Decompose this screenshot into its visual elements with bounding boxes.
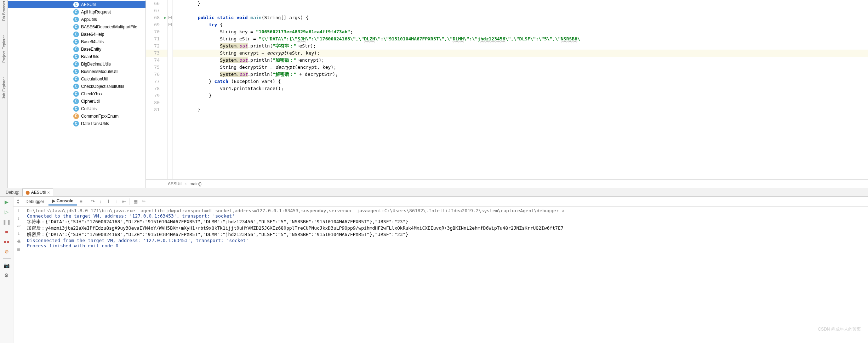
fold-icon[interactable]: − (169, 16, 172, 19)
breakpoints-icon[interactable]: ●● (4, 238, 10, 245)
settings-icon[interactable]: ⚙ (4, 272, 10, 279)
class-icon: C (73, 84, 79, 89)
force-step-into-icon[interactable]: ⤓ (105, 198, 112, 205)
tool-job-explorer[interactable]: Job Explorer (2, 77, 6, 99)
class-icon: C (73, 54, 79, 60)
console-line: Disconnected from the target VM, address… (27, 238, 865, 243)
tree-item-BASE64DecodedMultipartFile[interactable]: CBASE64DecodedMultipartFile (8, 23, 145, 30)
step-into-icon[interactable]: ↓ (97, 198, 104, 205)
tree-item-CheckYhxx[interactable]: CCheckYhxx (8, 90, 145, 97)
tree-item-CollUtils[interactable]: CCollUtils (8, 105, 145, 112)
fold-icon[interactable]: − (169, 23, 172, 26)
up-down-icon[interactable]: ▲▼ (15, 198, 21, 205)
step-over-icon[interactable]: ↷ (89, 198, 96, 205)
console-line: 字符串：{"DATA":{"SJH":"17600024168","DLZH":… (27, 219, 865, 225)
tree-item-CommonFpxxEnum[interactable]: ECommonFpxxEnum (8, 112, 145, 120)
console-line: Process finished with exit code 0 (27, 243, 865, 248)
tree-item-BaseEntity[interactable]: CBaseEntity (8, 45, 145, 53)
class-icon: E (73, 113, 79, 119)
stop-icon[interactable]: ■ (4, 229, 10, 235)
tree-item-AESUtil[interactable]: CAESUtil (8, 1, 145, 8)
editor-area: 666768▶69707172737475767778798081 −− } p… (146, 0, 868, 188)
tab-debugger[interactable]: Debugger (22, 198, 48, 205)
tree-item-BusinessModuleUtil[interactable]: CBusinessModuleUtil (8, 68, 145, 75)
bug-icon: ⬤ (25, 190, 30, 195)
class-icon: C (73, 9, 79, 15)
console-output[interactable]: D:\tools\Java\jdk1.8.0_171\bin\java.exe … (24, 207, 868, 343)
debug-tab-row: Debug: ⬤ AESUtil ✕ (0, 188, 868, 197)
tree-item-Base64Utils[interactable]: CBase64Utils (8, 38, 145, 45)
code-line[interactable]: public static void main(String[] args) { (173, 14, 868, 21)
debug-content: ▶ ▷ ❚❚ ■ ●● ⊘ 📷 ⚙ ▲▼ Debugger ▶Console ≡… (0, 197, 868, 343)
code-line[interactable]: System.out.println("加密后："+encrypt); (173, 57, 868, 64)
pause-icon[interactable]: ❚❚ (4, 219, 10, 225)
code-line[interactable]: } catch (Exception var4) { (173, 78, 868, 85)
console-line: 加密后：y4mzmi3jta22aXeIPfEdzu8sgA9uy3OevaIY… (27, 225, 865, 231)
code-line[interactable]: } (173, 0, 868, 7)
console-line: Connected to the target VM, address: '12… (27, 213, 865, 219)
drop-frame-icon[interactable]: ⇤ (120, 198, 127, 205)
scroll-to-end-icon[interactable]: ⤓ (17, 231, 21, 236)
gutter: 666768▶69707172737475767778798081 (146, 0, 168, 179)
code-line[interactable]: String decryptStr = decrypt(encrypt, key… (173, 64, 868, 71)
soft-wrap-icon[interactable]: ↩ (17, 224, 21, 229)
print-icon[interactable]: 🖶 (17, 239, 21, 244)
class-icon: C (73, 106, 79, 112)
debug-session-tab[interactable]: ⬤ AESUtil ✕ (22, 189, 53, 196)
code-lines[interactable]: } public static void main(String[] args)… (173, 0, 868, 179)
fold-strip[interactable]: −− (168, 0, 173, 179)
code-line[interactable]: } (173, 92, 868, 99)
tree-item-ApiHttpRequest[interactable]: CApiHttpRequest (8, 8, 145, 16)
code-line[interactable]: System.out.println("字符串："+eStr); (173, 43, 868, 50)
tree-item-DateTransUtils[interactable]: CDateTransUtils (8, 120, 145, 127)
code-line[interactable] (173, 7, 868, 14)
tree-item-CalculationUtil[interactable]: CCalculationUtil (8, 75, 145, 83)
run-gutter-icon[interactable]: ▶ (164, 14, 166, 21)
resume-icon[interactable]: ▷ (4, 209, 10, 215)
code-line[interactable]: } (173, 106, 868, 113)
tree-item-CipherUtil[interactable]: CCipherUtil (8, 97, 145, 105)
evaluate-icon[interactable]: ⩸ (140, 198, 147, 205)
tool-db-browser[interactable]: Db Browser (2, 1, 6, 21)
code-line[interactable]: String encrypt = encrypt(eStr, key); (173, 50, 868, 57)
tree-item-AppUtils[interactable]: CAppUtils (8, 16, 145, 23)
clear-icon[interactable]: 🗑 (17, 247, 21, 252)
breadcrumb-method[interactable]: main() (189, 181, 201, 186)
run-to-cursor-icon[interactable]: ▦ (132, 198, 139, 205)
breadcrumb-class[interactable]: AESUtil (168, 181, 182, 186)
class-icon: C (73, 32, 79, 37)
class-icon: C (73, 46, 79, 52)
debug-panel: Debug: ⬤ AESUtil ✕ ▶ ▷ ❚❚ ■ ●● ⊘ 📷 ⚙ ▲▼ … (0, 188, 868, 343)
tab-console[interactable]: ▶Console (48, 197, 77, 206)
breadcrumb-sep: › (185, 181, 187, 186)
tree-item-BigDecimalUtils[interactable]: CBigDecimalUtils (8, 60, 145, 68)
tree-item-BeanUtils[interactable]: CBeanUtils (8, 53, 145, 60)
mute-breakpoints-icon[interactable]: ⊘ (4, 248, 10, 255)
main-area: Db Browser Project Explorer Job Explorer… (0, 0, 868, 188)
debug-label: Debug: (6, 190, 19, 195)
tool-project-explorer[interactable]: Project Explorer (2, 35, 6, 63)
code-line[interactable]: System.out.println("解密后：" + decryptStr); (173, 71, 868, 78)
down-icon[interactable]: ↓ (18, 216, 20, 221)
close-icon[interactable]: ✕ (47, 191, 50, 195)
code-line[interactable]: var4.printStackTrace(); (173, 85, 868, 92)
console-area: ▲▼ Debugger ▶Console ≡ ↷ ↓ ⤓ ↑ ⇤ ▦ ⩸ ↑ ↓… (13, 197, 868, 343)
class-icon: C (73, 39, 79, 45)
code-line[interactable]: try { (173, 21, 868, 28)
camera-icon[interactable]: 📷 (4, 262, 10, 269)
class-icon: C (73, 17, 79, 22)
code-line[interactable]: String key = "1065602173ec48329a61ca4ff9… (173, 28, 868, 35)
threads-icon[interactable]: ≡ (78, 198, 85, 205)
breadcrumb[interactable]: AESUtil › main() (146, 179, 868, 188)
project-tree[interactable]: CAESUtilCApiHttpRequestCAppUtilsCBASE64D… (8, 0, 146, 188)
code-line[interactable] (173, 99, 868, 106)
left-tool-strip: Db Browser Project Explorer Job Explorer (0, 0, 8, 188)
class-icon: C (73, 24, 79, 30)
tree-item-CheckObjectIsNullUtils[interactable]: CCheckObjectIsNullUtils (8, 83, 145, 90)
tree-item-Base64Help[interactable]: CBase64Help (8, 30, 145, 38)
rerun-icon[interactable]: ▶ (4, 199, 10, 205)
up-icon[interactable]: ↑ (18, 208, 20, 213)
code-line[interactable]: String eStr = "{\"DATA\":{\"SJH\":\"1760… (173, 35, 868, 43)
debug-left-toolbar: ▶ ▷ ❚❚ ■ ●● ⊘ 📷 ⚙ (0, 197, 13, 343)
step-out-icon[interactable]: ↑ (113, 198, 120, 205)
